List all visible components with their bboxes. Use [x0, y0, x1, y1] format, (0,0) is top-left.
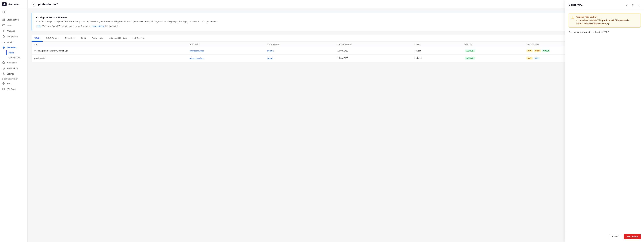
sidebar-item-settings[interactable]: Settings — [0, 71, 28, 77]
tabs: VPCs CIDR Ranges Exclusions DNS Connecti… — [32, 35, 640, 42]
warning-title: Proceed with caution — [576, 16, 638, 18]
col-account: ACCOUNT — [187, 42, 264, 47]
tab-hub-peering[interactable]: Hub Peering — [130, 35, 147, 42]
badge-ngw-1: NGW — [534, 49, 541, 52]
cidr-link-1[interactable]: default — [267, 49, 274, 52]
tab-exclusions[interactable]: Exclusions — [62, 35, 78, 42]
delete-panel-footer: Cancel Yes, delete — [565, 231, 644, 242]
sidebar-label-wastage: Wastage — [6, 30, 15, 32]
account-link-1[interactable]: sharedservices — [190, 49, 204, 52]
svg-rect-2 — [4, 19, 4, 19]
page-title: prod-network-01 — [38, 3, 59, 6]
sidebar-item-hubs[interactable]: Hubs — [6, 50, 28, 55]
sidebar-item-notifications[interactable]: Notifications — [0, 65, 28, 71]
warning-icon: ⚠ — [572, 16, 574, 25]
sidebar-item-wastage[interactable]: Wastage — [0, 28, 28, 34]
tab-vpcs[interactable]: VPCs — [32, 35, 43, 42]
sidebar-collapse-button[interactable] — [2, 10, 6, 14]
vpc-transit-icon: ⇄ — [34, 49, 36, 52]
vpc-cidr-2: default — [264, 54, 335, 62]
sidebar-item-api-docs[interactable]: API Docs — [0, 86, 28, 92]
vpc-table-container: VPC ACCOUNT CIDR RANGE VPC IP RANGE TYPE… — [32, 42, 640, 62]
status-badge-1: ACTIVE — [465, 49, 475, 52]
vpc-name-isolated: prod-vpc-01 — [34, 57, 46, 59]
sidebar-item-connections[interactable]: Connections — [6, 55, 28, 60]
sidebar-item-identity[interactable]: Identity — [0, 39, 28, 45]
svg-rect-1 — [3, 19, 4, 19]
table-row: prod-vpc-01 sharedservices default 10.0.… — [32, 54, 640, 62]
svg-rect-5 — [2, 25, 5, 26]
sidebar-item-networks[interactable]: Networks — [0, 45, 28, 50]
cidr-link-2[interactable]: default — [267, 57, 274, 59]
sidebar-item-workloads[interactable]: Workloads — [0, 60, 28, 65]
sidebar-label-compliance: Compliance — [6, 35, 18, 38]
sidebar-label-identity: Identity — [6, 41, 14, 43]
vpc-cidr-1: default — [264, 47, 335, 54]
back-button[interactable] — [32, 2, 36, 6]
vpc-ip-range-2: 10.0.4.0/23 — [335, 54, 412, 62]
tab-connectivity[interactable]: Connectivity — [89, 35, 106, 42]
app-logo: stax-demo — [0, 0, 28, 8]
tip-label: Tip — [36, 25, 42, 27]
col-status: STATUS — [462, 42, 524, 47]
vpc-table: VPC ACCOUNT CIDR RANGE VPC IP RANGE TYPE… — [32, 42, 640, 62]
delete-panel-edit-button[interactable] — [630, 3, 635, 7]
vpc-name-transit: stax-prod-network-01-transit-vpc — [38, 49, 68, 52]
sidebar-label-api-docs: API Docs — [6, 88, 16, 90]
badge-igw-2: IGW — [526, 57, 532, 60]
documentation-link[interactable]: documentation — [91, 25, 104, 27]
sidebar-label-workloads: Workloads — [6, 61, 16, 64]
sidebar-label-cost: Cost — [6, 24, 11, 26]
sidebar-item-compliance[interactable]: Compliance — [0, 34, 28, 39]
sidebar-label-organization: Organization — [6, 18, 19, 21]
confirm-question: Are you sure you want to delete this VPC… — [568, 31, 641, 33]
yes-delete-button[interactable]: Yes, delete — [624, 234, 641, 239]
logo-icon — [2, 2, 6, 6]
sidebar-documentation-divider: DOCUMENTATION — [0, 77, 28, 81]
account-link-2[interactable]: sharedservices — [190, 57, 204, 59]
svg-rect-3 — [3, 20, 4, 21]
content-area: Configure VPCs with ease Stax VPCs are p… — [28, 9, 644, 242]
tab-cidr-ranges[interactable]: CIDR Ranges — [43, 35, 62, 42]
tab-advanced-routing[interactable]: Advanced Routing — [106, 35, 130, 42]
delete-panel-trash-button[interactable] — [624, 3, 629, 7]
cancel-button[interactable]: Cancel — [609, 234, 622, 239]
vpc-status-1: ACTIVE — [462, 47, 524, 54]
delete-vpc-panel: Delete VPC ⚠ Proceed with caution You ar… — [565, 0, 644, 242]
vpc-type-1: Transit — [412, 47, 462, 54]
info-box-description: Stax VPCs are pre-configured AWS VPCs th… — [36, 20, 218, 23]
warning-text: You are about to delete VPC prod-vpc-01.… — [576, 19, 638, 25]
delete-panel-header: Delete VPC — [565, 0, 644, 10]
badge-vpgw-1: VPGW — [542, 49, 550, 52]
sidebar-label-networks: Networks — [6, 46, 16, 49]
svg-point-12 — [4, 84, 4, 84]
warning-box: ⚠ Proceed with caution You are about to … — [568, 13, 641, 27]
delete-panel-close-button[interactable] — [636, 3, 641, 7]
col-vpc-ip-range: VPC IP RANGE — [335, 42, 412, 47]
tab-dns[interactable]: DNS — [78, 35, 88, 42]
vpc-type-2: Isolated — [412, 54, 462, 62]
tip-area: Tip There are four VPC types to choose f… — [36, 25, 120, 27]
col-cidr-range: CIDR RANGE — [264, 42, 335, 47]
vpc-name-cell-2: prod-vpc-01 — [32, 54, 187, 62]
info-box: Configure VPCs with ease Stax VPCs are p… — [32, 13, 640, 31]
sidebar-nav: Organization Cost Wastage Compliance Ide… — [0, 15, 28, 242]
svg-point-6 — [3, 41, 4, 42]
vpc-account-2: sharedservices — [187, 54, 264, 62]
vpc-name-cell: ⇄ stax-prod-network-01-transit-vpc — [32, 47, 187, 54]
svg-rect-9 — [3, 62, 4, 63]
main-content: prod-network-01 Configure VPCs with ease… — [28, 0, 644, 242]
topbar: prod-network-01 — [28, 0, 644, 9]
sidebar-item-cost[interactable]: Cost — [0, 22, 28, 28]
table-row: ⇄ stax-prod-network-01-transit-vpc share… — [32, 47, 640, 54]
sidebar-item-organization[interactable]: Organization — [0, 17, 28, 22]
sidebar-item-help[interactable]: Help — [0, 81, 28, 86]
vpc-account-1: sharedservices — [187, 47, 264, 54]
delete-panel-title: Delete VPC — [568, 3, 582, 6]
badge-igw-1: IGW — [526, 49, 532, 52]
vpc-status-2: ACTIVE — [462, 54, 524, 62]
sidebar: stax-demo Organization Cost Wastage Comp… — [0, 0, 28, 242]
badge-cfl-2: CFL — [534, 57, 540, 60]
vpc-ip-range-1: 10.0.0.0/22 — [335, 47, 412, 54]
tip-text: There are four VPC types to choose from.… — [42, 25, 120, 27]
